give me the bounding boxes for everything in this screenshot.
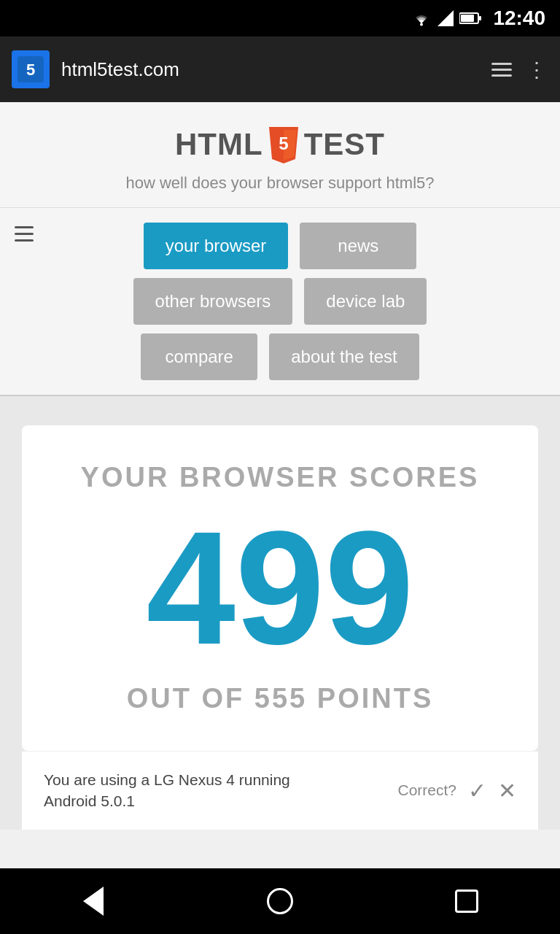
browser-toolbar: 5 html5test.com ⋮ <box>0 36 560 102</box>
clock: 12:40 <box>493 7 545 30</box>
site-menu-toggle[interactable] <box>15 226 34 242</box>
svg-rect-3 <box>461 15 474 22</box>
correct-label: Correct? <box>397 781 456 799</box>
score-number: 499 <box>51 508 509 668</box>
hamburger-icon[interactable] <box>491 63 512 77</box>
nav-row-1: your browser news <box>144 223 417 269</box>
status-icons: 12:40 <box>411 7 545 30</box>
recents-button[interactable] <box>438 872 496 930</box>
score-total: Out of 555 Points <box>51 683 509 714</box>
more-options-icon[interactable]: ⋮ <box>526 58 548 82</box>
correct-section: Correct? ✓ ✕ <box>397 778 516 803</box>
correct-check-icon[interactable]: ✓ <box>468 778 486 803</box>
nav-compare[interactable]: compare <box>141 333 257 380</box>
score-section: Your Browser Scores 499 Out of 555 Point… <box>0 396 560 830</box>
svg-point-0 <box>420 23 423 26</box>
nav-your-browser[interactable]: your browser <box>144 223 289 269</box>
hamburger-line <box>491 69 512 71</box>
html5-shield-icon: 5 <box>266 124 301 165</box>
recents-icon <box>455 889 478 913</box>
score-label: Your Browser Scores <box>51 462 509 493</box>
main-content: HTML 5 TEST how well does your browser s… <box>0 102 560 830</box>
wifi-icon <box>411 10 432 26</box>
svg-text:5: 5 <box>279 134 288 153</box>
battery-icon <box>459 12 481 25</box>
device-text: You are using a LG Nexus 4 running Andro… <box>44 769 290 812</box>
nav-row-3: compare about the test <box>141 333 419 380</box>
nav-buttons: your browser news other browsers device … <box>0 208 560 396</box>
logo-html-text: HTML <box>175 127 263 162</box>
browser-favicon: 5 <box>12 50 50 88</box>
site-logo: HTML 5 TEST <box>175 124 385 165</box>
back-icon <box>83 887 104 916</box>
toolbar-icons: ⋮ <box>491 58 548 82</box>
site-header: HTML 5 TEST how well does your browser s… <box>0 102 560 208</box>
signal-icon <box>438 10 454 26</box>
device-info: You are using a LG Nexus 4 running Andro… <box>22 751 538 830</box>
nav-row-2: other browsers device lab <box>133 278 427 325</box>
device-line1: You are using a LG Nexus 4 running <box>44 771 290 788</box>
svg-text:5: 5 <box>26 61 35 79</box>
logo-test-text: TEST <box>304 127 385 162</box>
status-bar: 12:40 <box>0 0 560 36</box>
hamburger-line <box>491 74 512 77</box>
nav-other-browsers[interactable]: other browsers <box>133 278 293 325</box>
hamburger-line <box>491 63 512 65</box>
nav-news[interactable]: news <box>300 223 416 269</box>
score-card: Your Browser Scores 499 Out of 555 Point… <box>22 425 538 751</box>
site-tagline: how well does your browser support html5… <box>125 174 434 193</box>
back-button[interactable] <box>64 872 122 930</box>
device-line2: Android 5.0.1 <box>44 792 135 809</box>
correct-x-icon[interactable]: ✕ <box>498 778 516 803</box>
home-icon <box>267 888 293 914</box>
menu-line <box>15 226 34 228</box>
svg-rect-4 <box>479 16 481 20</box>
svg-marker-1 <box>438 10 454 26</box>
nav-about-test[interactable]: about the test <box>269 333 419 380</box>
nav-device-lab[interactable]: device lab <box>304 278 427 325</box>
menu-line <box>15 239 34 242</box>
browser-url: html5test.com <box>61 58 480 81</box>
menu-line <box>15 233 34 235</box>
home-button[interactable] <box>251 872 309 930</box>
bottom-nav <box>0 868 560 934</box>
